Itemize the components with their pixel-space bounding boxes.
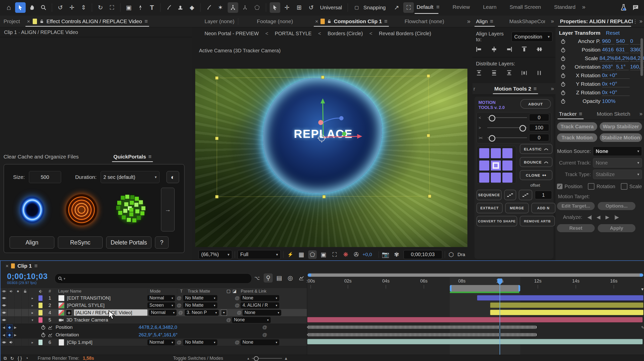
expand-chevron-icon[interactable]: ▸: [29, 303, 36, 307]
parent-select[interactable]: None▾: [240, 295, 279, 301]
workspace-default[interactable]: Default ≡: [410, 4, 446, 10]
refresh-status-icon[interactable]: ↻: [10, 356, 14, 361]
stair-down-icon[interactable]: [504, 190, 516, 200]
parent-select[interactable]: 4. ALIGN / R▾: [240, 302, 279, 308]
parent-link-column[interactable]: Parent & Link: [237, 289, 291, 294]
value-field[interactable]: 5,1°: [616, 64, 629, 70]
portal-next-arrow-button[interactable]: →: [161, 188, 175, 231]
hand-tool-icon[interactable]: [27, 2, 37, 13]
pickwhip-icon[interactable]: @: [175, 303, 183, 308]
analyze-last-icon[interactable]: |▶: [614, 214, 619, 220]
current-track-select[interactable]: None▾: [593, 158, 642, 168]
current-time-display[interactable]: 0;00;10;03: [7, 272, 48, 281]
eye-icon[interactable]: [1, 316, 8, 323]
orbit-camera-tool-icon[interactable]: ↺: [55, 2, 66, 13]
position-value[interactable]: 4478,2,6,4,3482,0: [139, 325, 177, 330]
comp-marker-icon[interactable]: ▼: [640, 287, 644, 291]
prev-keyframe-icon[interactable]: ◀: [3, 333, 5, 337]
puppet-pin-tool-icon[interactable]: ✶: [215, 2, 226, 13]
layer-bar-portal-style[interactable]: [490, 302, 643, 308]
breadcrumb-item[interactable]: Neon Portal - PREVIEW: [205, 31, 259, 36]
timeline-menu-icon[interactable]: ≡: [34, 263, 37, 269]
layer-name-column[interactable]: Layer Name: [55, 289, 148, 294]
portal-thumb-blue[interactable]: [13, 188, 51, 232]
distribute-left-icon[interactable]: [520, 69, 529, 77]
work-area-bar[interactable]: [450, 285, 520, 292]
about-button[interactable]: ABOUT: [520, 99, 551, 109]
guides-icon[interactable]: ⛶: [330, 250, 339, 259]
slider-value[interactable]: 0: [529, 134, 549, 141]
expand-chevron-icon[interactable]: ▸: [29, 340, 36, 344]
composition-frame[interactable]: REPLACE: [195, 69, 467, 247]
chat-icon[interactable]: [632, 4, 639, 11]
stopwatch-icon[interactable]: [560, 73, 566, 78]
bounce-button[interactable]: BOUNCE: [520, 157, 552, 167]
tab-motion-tools[interactable]: Motion Tools 2≡: [491, 83, 540, 95]
playhead-line[interactable]: [500, 283, 500, 355]
snapping-label[interactable]: Snapping: [364, 5, 386, 11]
eye-icon[interactable]: [1, 309, 8, 316]
properties-kebab-icon[interactable]: ⋮: [633, 18, 638, 24]
matte-select[interactable]: No Matte▾: [183, 302, 217, 308]
expand-chevron-icon[interactable]: ▸: [29, 311, 36, 315]
gizmo-universal-icon[interactable]: [228, 2, 238, 13]
analyze-back-icon[interactable]: ◀: [596, 214, 600, 220]
fast-preview-icon[interactable]: ⚡: [286, 250, 295, 259]
camera-tool-icon[interactable]: ⛶: [107, 2, 117, 13]
rotation-checkbox[interactable]: [588, 183, 594, 190]
tab-clear-cache[interactable]: Clear Cache and Organize Files: [0, 151, 82, 163]
expand-chevron-icon[interactable]: ▸: [29, 296, 36, 300]
workspace-learn[interactable]: Learn: [476, 4, 503, 10]
warp-stabilizer-button[interactable]: Warp Stabilizer: [600, 122, 642, 131]
preview-time-display[interactable]: 0;00;10;03: [404, 250, 442, 259]
stopwatch-icon[interactable]: [41, 325, 46, 330]
timeline-zoom-control[interactable]: ▲ ▲: [247, 356, 288, 361]
orientation-keyframes[interactable]: [307, 333, 537, 336]
slider-track[interactable]: [487, 117, 527, 118]
motion-tools-menu-icon[interactable]: ≡: [534, 86, 537, 92]
value-field[interactable]: 100%: [602, 98, 616, 104]
tab-maskshape[interactable]: MaskShapeCon: [506, 16, 545, 27]
next-keyframe-icon[interactable]: ▶: [14, 326, 17, 329]
layer-label-swatch[interactable]: [38, 303, 43, 308]
layer-row-4-selected[interactable]: ▸ 4 ◍ [ALIGN / REPLACE Video] Normal▾ @ …: [1, 309, 307, 316]
edit-target-button[interactable]: Edit Target...: [557, 202, 595, 210]
eraser-tool-icon[interactable]: ◆: [187, 2, 197, 13]
tab-motion-sketch[interactable]: Motion Sketch: [593, 108, 634, 120]
stopwatch-icon[interactable]: [560, 64, 566, 70]
anchor-grid[interactable]: [476, 146, 516, 184]
analyze-forward-icon[interactable]: ▶: [606, 214, 609, 220]
universal-label[interactable]: Universal: [320, 5, 342, 11]
portal-thumb-green[interactable]: [112, 188, 150, 232]
zoom-tool-icon[interactable]: [38, 2, 49, 13]
workspace-small-screen[interactable]: Small Screen: [503, 4, 548, 10]
property-row-orientation[interactable]: ◀ ◆ ▶ Orientation 262,9°,5,4°,161,6° @: [1, 331, 307, 339]
frame-blending-icon[interactable]: ▤: [275, 273, 284, 283]
resync-button[interactable]: ReSync: [58, 236, 103, 249]
rotate-tool-icon[interactable]: ↻: [95, 2, 106, 13]
mask-rect-tool-icon[interactable]: ▣: [124, 2, 134, 13]
value-field[interactable]: 540: [616, 38, 629, 45]
sequence-button[interactable]: SEQUENCE: [476, 190, 502, 200]
elastic-button[interactable]: ELASTIC: [520, 144, 552, 154]
hash-column[interactable]: #: [45, 289, 55, 294]
pickwhip-icon[interactable]: @: [175, 340, 183, 345]
pan-camera-tool-icon[interactable]: ✛: [67, 2, 77, 13]
speaker-icon[interactable]: [8, 339, 15, 346]
layer-bar-3d-tracker-camera[interactable]: [307, 317, 643, 323]
stopwatch-icon[interactable]: [560, 56, 566, 61]
timeline-navigator[interactable]: [308, 273, 643, 277]
next-keyframe-icon[interactable]: ▶: [14, 333, 17, 337]
breadcrumb-item[interactable]: Reveal Borders (Circle): [379, 31, 431, 36]
fx-badge-icon[interactable]: ✦: [221, 310, 227, 316]
layer-label-swatch[interactable]: [38, 310, 43, 315]
portal-thumb-orange[interactable]: [62, 188, 101, 232]
properties-scrollbar[interactable]: [640, 38, 643, 76]
transform-gizmo[interactable]: [195, 69, 467, 247]
breadcrumb-item[interactable]: Borders (Circle): [328, 31, 363, 36]
track-camera-button[interactable]: Track Camera: [557, 122, 597, 131]
align-top-icon[interactable]: [520, 46, 529, 53]
parent-select[interactable]: None▾: [240, 339, 279, 345]
transparency-grid-icon[interactable]: ▦: [297, 250, 306, 259]
comp-flowchart-icon[interactable]: ⌥: [253, 273, 262, 283]
